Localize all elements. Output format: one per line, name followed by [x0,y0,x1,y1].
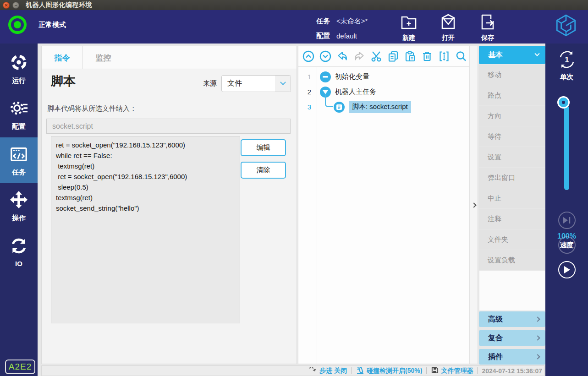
titlebar: ✕ – 机器人图形化编程环境 [0,0,588,10]
script-description: 脚本代码将从所选文件纳入： [47,104,137,113]
config-value: default [336,32,357,40]
chevron-right-icon [535,335,540,340]
clear-button[interactable]: 清除 [241,162,286,179]
single-run-label: 单次 [560,73,574,82]
chevron-down-icon [534,51,539,56]
tree-connector [325,94,333,107]
speed-slider [545,94,588,192]
sidebar-item-task[interactable]: 任务 [0,137,38,183]
status-separator [351,367,352,374]
collision-detect-label: 碰撞检测开启(50%) [367,367,422,375]
minimize-icon[interactable]: – [12,2,19,9]
command-item-comment[interactable]: 注释 [479,209,545,229]
chevron-right-icon [535,354,540,359]
tree-collapse-handle[interactable] [469,46,478,364]
command-panel: 基本 移动 路点 方向 等待 设置 弹出窗口 中止 注释 文件夹 设置负载 高级… [479,46,545,365]
group-basic-label: 基本 [488,50,535,60]
command-item-folder[interactable]: 文件夹 [479,229,545,250]
command-item-waypoint[interactable]: 路点 [479,85,545,105]
sidebar-item-label: 配置 [12,122,26,131]
code-line: sleep(0.5) [56,182,235,192]
move-up-icon[interactable] [302,50,314,62]
command-item-popup[interactable]: 弹出窗口 [479,168,545,188]
stop-button[interactable] [558,236,576,254]
speed-slider-knob[interactable] [559,98,568,107]
single-run-control[interactable]: 1 单次 [545,50,588,82]
tab-instruction[interactable]: 指令 [42,46,83,69]
code-line: ret = socket_open("192.168.15.123",6000) [56,140,235,150]
file-manager-link[interactable]: 文件管理器 [431,366,473,376]
group-advanced-button[interactable]: 高级 [479,311,545,327]
paste-icon[interactable] [404,50,416,62]
delete-icon[interactable] [421,50,433,62]
tree-row-main-task[interactable]: 2 机器人主任务 [298,84,470,99]
task-value: <未命名>* [336,17,368,26]
search-icon[interactable] [455,50,467,62]
tab-monitor[interactable]: 监控 [83,46,124,69]
instruction-panel: 指令 监控 脚本 来源 文件 脚本代码将从所选文件纳入： ret = socke… [41,46,297,364]
file-manager-icon [431,366,439,376]
program-tree: 1 初始化变量 2 机器人主任务 3 脚本: socket.script [298,69,470,114]
code-line: while ret == False: [56,150,235,161]
open-button[interactable]: 打开 [439,13,457,42]
command-list-spacer [479,271,545,311]
page-title: 脚本 [51,73,76,89]
program-tree-panel: 1 初始化变量 2 机器人主任务 3 脚本: socket.script [298,46,478,364]
command-item-abort[interactable]: 中止 [479,188,545,208]
code-line: textmsg(ret) [56,161,235,171]
step-mode-status[interactable]: 步进 关闭 [308,366,347,376]
run-control-rail: 1 单次 100% 速度 [545,44,588,376]
play-button[interactable] [558,261,576,278]
cut-icon[interactable] [370,50,382,62]
file-manager-label: 文件管理器 [441,367,473,375]
window-title: 机器人图形化编程环境 [26,1,92,9]
group-plugin-button[interactable]: 插件 [479,349,545,365]
undo-icon[interactable] [336,50,348,62]
step-next-button[interactable] [558,212,576,229]
save-icon [478,13,497,33]
copy-icon[interactable] [387,50,399,62]
collision-icon [356,366,364,376]
minus-node-icon[interactable] [320,71,331,82]
collision-detect-status[interactable]: 碰撞检测开启(50%) [356,366,422,376]
source-select-value: 文件 [222,79,242,88]
command-item-move[interactable]: 移动 [479,65,545,85]
group-plugin-label: 插件 [488,352,536,362]
group-composite-button[interactable]: 复合 [479,330,545,346]
command-item-payload[interactable]: 设置负载 [479,250,545,270]
sidebar-item-config[interactable]: 配置 [0,92,38,137]
script-file-input[interactable] [46,119,291,134]
gear-icon [9,98,28,120]
robot-model-badge[interactable]: A2E2 [5,360,35,374]
save-button-label: 保存 [481,34,494,42]
script-node-icon[interactable] [334,102,345,113]
close-icon[interactable]: ✕ [3,2,10,9]
sidebar-item-run[interactable]: 运行 [0,46,38,92]
code-window-icon [9,144,28,165]
command-item-wait[interactable]: 等待 [479,126,545,147]
group-advanced-label: 高级 [488,315,536,324]
tree-row-script[interactable]: 3 脚本: socket.script [298,99,470,114]
new-button[interactable]: 新建 [400,13,418,42]
move-down-icon[interactable] [319,50,331,62]
group-composite-label: 复合 [488,333,536,343]
sidebar-item-label: IO [15,260,22,267]
edit-button[interactable]: 编辑 [241,139,286,156]
source-row: 来源 文件 [203,75,291,92]
sidebar-item-operate[interactable]: 操作 [0,183,38,229]
source-select[interactable]: 文件 [221,75,291,92]
sidebar-item-label: 任务 [12,168,26,177]
save-button[interactable]: 保存 [478,13,497,42]
speed-slider-track[interactable] [564,106,569,190]
sidebar-item-io[interactable]: IO [0,229,38,275]
command-item-direction[interactable]: 方向 [479,106,545,126]
replace-icon[interactable] [438,50,450,62]
app-header: 正常模式 任务 <未命名>* 配置 default 新建 [0,10,588,44]
tree-row-init-vars[interactable]: 1 初始化变量 [298,69,470,84]
task-config-meta: 任务 <未命名>* 配置 default [316,15,368,44]
redo-icon[interactable] [353,50,365,62]
command-item-set[interactable]: 设置 [479,147,545,167]
group-basic-header[interactable]: 基本 [479,46,545,64]
open-button-label: 打开 [442,34,455,42]
row-number: 2 [298,88,317,96]
